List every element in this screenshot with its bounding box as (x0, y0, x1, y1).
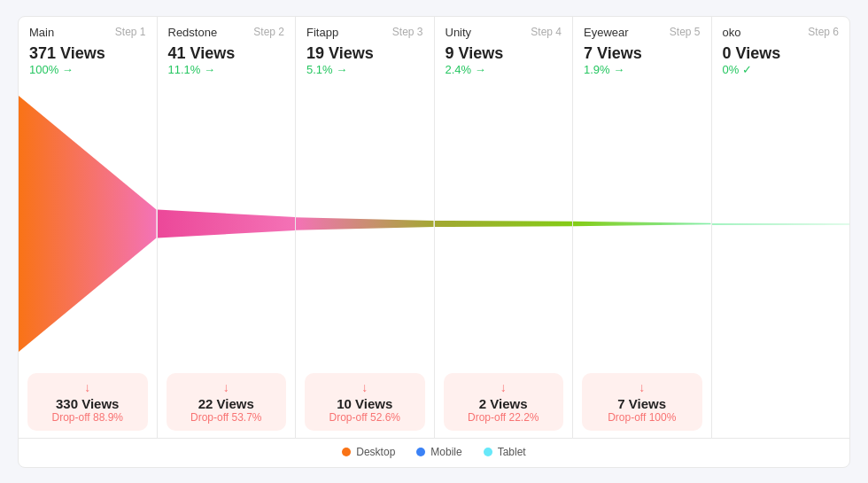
dropoff-pct-3: Drop-off 52.6% (314, 411, 416, 424)
views-pct-6: 0% ✓ (723, 63, 840, 76)
step-col-1: MainStep 1371 Views100% →↓330 ViewsDrop-… (19, 17, 158, 438)
views-pct-3: 5.1% → (306, 63, 423, 76)
legend-item-mobile: Mobile (416, 446, 461, 458)
views-count-3: 19 Views (306, 44, 423, 63)
dropoff-views-4: 2 Views (453, 396, 555, 411)
step-num-5: Step 5 (670, 26, 701, 38)
views-pct-2: 11.1% → (168, 63, 285, 76)
dropoff-pct-2: Drop-off 53.7% (175, 411, 278, 424)
legend-row: DesktopMobileTablet (19, 438, 849, 467)
views-pct-5: 1.9% → (584, 63, 701, 76)
dropoff-arrow-2: ↓ (175, 380, 278, 394)
dropoff-views-2: 22 Views (175, 396, 278, 411)
step-col-3: FitappStep 319 Views5.1% →↓10 ViewsDrop-… (296, 17, 435, 438)
step-name-2: Redstone (168, 26, 218, 39)
legend-dot-0 (342, 448, 351, 456)
dropoff-box-2: ↓22 ViewsDrop-off 53.7% (167, 373, 287, 431)
step-num-1: Step 1 (115, 26, 146, 38)
step-stats-6: 0 Views0% ✓ (712, 43, 850, 82)
step-name-1: Main (29, 26, 54, 39)
views-count-5: 7 Views (584, 44, 701, 63)
funnel-area-2 (158, 82, 296, 366)
dropoff-arrow-5: ↓ (591, 380, 694, 394)
step-header-3: FitappStep 3 (296, 17, 434, 43)
funnel-area-5 (573, 82, 711, 366)
dropoff-pct-4: Drop-off 22.2% (453, 411, 555, 424)
step-col-2: RedstoneStep 241 Views11.1% →↓22 ViewsDr… (158, 17, 297, 438)
steps-row: MainStep 1371 Views100% →↓330 ViewsDrop-… (19, 17, 849, 438)
funnel-area-3 (296, 82, 434, 366)
step-num-6: Step 6 (808, 26, 839, 38)
step-header-2: RedstoneStep 2 (158, 17, 296, 43)
step-num-2: Step 2 (253, 26, 284, 38)
legend-item-tablet: Tablet (484, 446, 526, 458)
views-count-2: 41 Views (168, 44, 285, 63)
dropoff-arrow-1: ↓ (36, 380, 139, 394)
legend-label-1: Mobile (430, 446, 461, 458)
step-header-6: okoStep 6 (712, 17, 850, 43)
dropoff-arrow-3: ↓ (314, 380, 416, 394)
views-pct-4: 2.4% → (446, 63, 562, 76)
step-header-1: MainStep 1 (19, 17, 157, 43)
step-name-5: Eyewear (584, 26, 629, 39)
step-num-3: Step 3 (392, 26, 423, 38)
step-name-6: oko (723, 26, 741, 39)
step-col-6: okoStep 60 Views0% ✓ (712, 17, 850, 438)
step-name-3: Fitapp (306, 26, 338, 39)
dropoff-box-5: ↓7 ViewsDrop-off 100% (582, 373, 702, 431)
dropoff-box-4: ↓2 ViewsDrop-off 22.2% (444, 373, 564, 431)
dropoff-arrow-4: ↓ (453, 380, 555, 394)
step-header-4: UnityStep 4 (435, 17, 573, 43)
step-stats-5: 7 Views1.9% → (573, 43, 711, 82)
funnel-area-6 (712, 82, 850, 367)
step-stats-3: 19 Views5.1% → (296, 43, 434, 82)
dropoff-views-3: 10 Views (314, 396, 416, 411)
dropoff-box-3: ↓10 ViewsDrop-off 52.6% (305, 373, 425, 431)
funnel-area-1 (19, 82, 157, 366)
funnel-chart: MainStep 1371 Views100% →↓330 ViewsDrop-… (18, 16, 850, 468)
dropoff-box-1: ↓330 ViewsDrop-off 88.9% (27, 373, 148, 431)
views-pct-1: 100% → (29, 63, 146, 76)
legend-dot-1 (416, 448, 425, 456)
dropoff-views-1: 330 Views (36, 396, 139, 411)
step-name-4: Unity (446, 26, 472, 39)
step-col-5: EyewearStep 57 Views1.9% →↓7 ViewsDrop-o… (573, 17, 712, 438)
funnel-area-4 (435, 82, 573, 366)
step-num-4: Step 4 (531, 26, 562, 38)
step-header-5: EyewearStep 5 (573, 17, 711, 43)
views-count-1: 371 Views (29, 44, 146, 63)
views-count-6: 0 Views (723, 44, 840, 63)
legend-dot-2 (484, 448, 492, 456)
step-stats-2: 41 Views11.1% → (158, 43, 296, 82)
dropoff-pct-5: Drop-off 100% (591, 411, 694, 424)
legend-label-2: Tablet (498, 446, 526, 458)
step-col-4: UnityStep 49 Views2.4% →↓2 ViewsDrop-off… (435, 17, 574, 438)
dropoff-views-5: 7 Views (591, 396, 694, 411)
legend-label-0: Desktop (356, 446, 395, 458)
step-stats-4: 9 Views2.4% → (435, 43, 573, 82)
step-stats-1: 371 Views100% → (19, 43, 157, 82)
views-count-4: 9 Views (446, 44, 562, 63)
legend-item-desktop: Desktop (342, 446, 395, 458)
dropoff-pct-1: Drop-off 88.9% (36, 411, 139, 424)
